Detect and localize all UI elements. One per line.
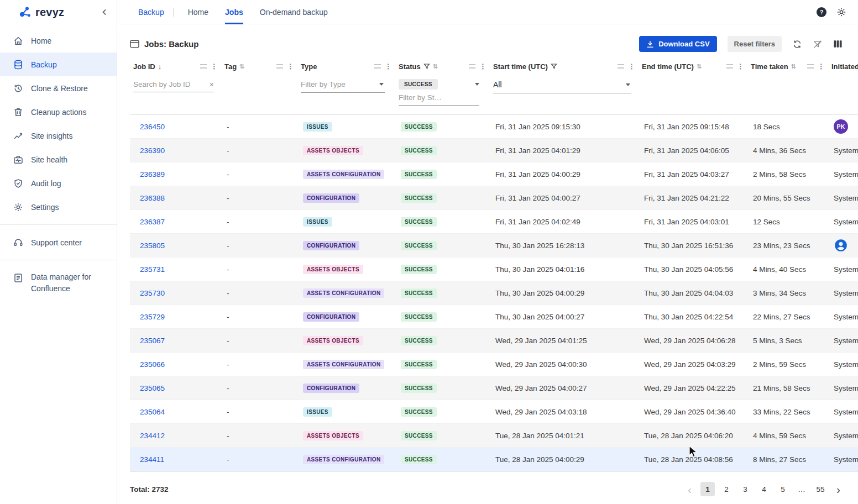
user-avatar-icon[interactable] bbox=[834, 238, 858, 253]
column-header-start-time[interactable]: Start time (UTC) ⋮ bbox=[490, 58, 639, 75]
sidebar-item-settings[interactable]: Settings bbox=[0, 195, 117, 219]
next-page-icon[interactable]: › bbox=[832, 484, 845, 495]
filter-off-icon[interactable] bbox=[813, 39, 823, 49]
start-time-filter[interactable]: All bbox=[493, 78, 631, 93]
previous-page-icon[interactable]: ‹ bbox=[683, 484, 696, 495]
table-row[interactable]: 234411 - ASSETS CONFIGURATION SUCCESS Tu… bbox=[130, 448, 858, 471]
drag-handle-icon[interactable] bbox=[200, 64, 207, 69]
tab-home[interactable]: Home bbox=[188, 0, 208, 24]
column-menu-icon[interactable]: ⋮ bbox=[384, 62, 393, 71]
drag-handle-icon[interactable] bbox=[807, 64, 814, 69]
page-button-3[interactable]: 3 bbox=[738, 482, 752, 496]
table-row[interactable]: 236390 - ASSETS OBJECTS SUCCESS Fri, 31 … bbox=[130, 139, 858, 162]
job-id-link[interactable]: 235730 bbox=[140, 289, 165, 297]
status-filter-chip[interactable]: SUCCESS bbox=[399, 79, 438, 90]
drag-handle-icon[interactable] bbox=[618, 64, 624, 69]
job-id-link[interactable]: 234412 bbox=[140, 432, 165, 440]
table-row[interactable]: 235064 - ISSUES SUCCESS Wed, 29 Jan 2025… bbox=[130, 400, 858, 424]
sort-icon[interactable]: ⇅ bbox=[697, 64, 702, 70]
sidebar-item-cleanup-actions[interactable]: Cleanup actions bbox=[0, 100, 117, 124]
help-icon[interactable]: ? bbox=[817, 7, 826, 17]
download-csv-button[interactable]: Download CSV bbox=[639, 36, 716, 52]
page-button-1[interactable]: 1 bbox=[700, 482, 715, 496]
job-id-link[interactable]: 235731 bbox=[140, 265, 165, 274]
page-button-5[interactable]: 5 bbox=[776, 482, 790, 496]
job-id-link[interactable]: 235065 bbox=[140, 384, 165, 392]
job-id-link[interactable]: 235729 bbox=[140, 313, 165, 321]
table-row[interactable]: 234412 - ASSETS OBJECTS SUCCESS Tue, 28 … bbox=[130, 424, 858, 448]
sort-icon[interactable]: ⇅ bbox=[791, 64, 796, 70]
table-row[interactable]: 236389 - ASSETS CONFIGURATION SUCCESS Fr… bbox=[130, 162, 858, 186]
page-button-2[interactable]: 2 bbox=[719, 482, 734, 496]
sidebar-item-site-health[interactable]: Site health bbox=[0, 148, 117, 171]
job-id-link[interactable]: 235064 bbox=[140, 408, 165, 416]
column-menu-icon[interactable]: ⋮ bbox=[210, 62, 219, 71]
settings-icon[interactable] bbox=[836, 7, 847, 18]
column-menu-icon[interactable]: ⋮ bbox=[286, 62, 295, 71]
job-id-link[interactable]: 236450 bbox=[140, 123, 165, 131]
job-id-link[interactable]: 235066 bbox=[140, 360, 165, 369]
table-row[interactable]: 236450 - ISSUES SUCCESS Fri, 31 Jan 2025… bbox=[130, 115, 858, 139]
type-filter[interactable]: Filter by Type bbox=[301, 78, 385, 93]
tab-on-demand-backup[interactable]: On-demand backup bbox=[260, 0, 328, 24]
table-row[interactable]: 235729 - CONFIGURATION SUCCESS Thu, 30 J… bbox=[130, 305, 858, 329]
drag-handle-icon[interactable] bbox=[469, 64, 475, 69]
initiator-avatar[interactable]: PK bbox=[834, 119, 848, 134]
column-header-tag[interactable]: Tag ⇅ ⋮ bbox=[221, 58, 297, 75]
job-id-link[interactable]: 236390 bbox=[140, 146, 165, 155]
table-row[interactable]: 235065 - CONFIGURATION SUCCESS Wed, 29 J… bbox=[130, 376, 858, 400]
table-row[interactable]: 235066 - ASSETS CONFIGURATION SUCCESS We… bbox=[130, 353, 858, 376]
filter-funnel-icon[interactable] bbox=[423, 63, 430, 70]
tab-backup[interactable]: Backup bbox=[138, 0, 164, 24]
clear-icon[interactable]: × bbox=[210, 81, 214, 88]
column-header-type[interactable]: Type ⋮ bbox=[297, 58, 395, 75]
columns-icon[interactable] bbox=[833, 39, 843, 49]
table-row[interactable]: 235067 - ASSETS OBJECTS SUCCESS Wed, 29 … bbox=[130, 329, 858, 353]
column-menu-icon[interactable]: ⋮ bbox=[817, 62, 826, 71]
job-id-link[interactable]: 235067 bbox=[140, 337, 165, 345]
table-row[interactable]: 235731 - ASSETS OBJECTS SUCCESS Thu, 30 … bbox=[130, 258, 858, 281]
sidebar-item-site-insights[interactable]: Site insights bbox=[0, 124, 117, 148]
tab-jobs[interactable]: Jobs bbox=[225, 0, 243, 24]
column-menu-icon[interactable]: ⋮ bbox=[627, 62, 636, 71]
job-id-link[interactable]: 234411 bbox=[140, 455, 164, 464]
column-header-initiated-by[interactable]: Initiated by bbox=[828, 58, 858, 75]
table-row[interactable]: 236388 - CONFIGURATION SUCCESS Fri, 31 J… bbox=[130, 186, 858, 210]
page-button-4[interactable]: 4 bbox=[757, 482, 771, 496]
chevron-down-icon[interactable] bbox=[475, 83, 479, 86]
sidebar-item-backup[interactable]: Backup bbox=[0, 53, 117, 76]
sort-icon[interactable]: ⇅ bbox=[433, 64, 438, 70]
sidebar-item-support-center[interactable]: Support center bbox=[0, 230, 117, 254]
table-row[interactable]: 236387 - ISSUES SUCCESS Fri, 31 Jan 2025… bbox=[130, 210, 858, 234]
job-id-link[interactable]: 235805 bbox=[140, 242, 165, 250]
column-header-end-time[interactable]: End time (UTC) ⇅ ⋮ bbox=[639, 58, 747, 75]
job-id-link[interactable]: 236389 bbox=[140, 170, 165, 179]
sidebar-collapse-icon[interactable] bbox=[100, 8, 109, 17]
column-header-time-taken[interactable]: Time taken ⇅ ⋮ bbox=[747, 58, 828, 75]
column-header-status[interactable]: Status ⇅ ⋮ bbox=[395, 58, 490, 75]
sidebar-item-audit-log[interactable]: Audit log bbox=[0, 171, 117, 195]
sidebar-item-clone-restore[interactable]: Clone & Restore bbox=[0, 76, 117, 100]
column-menu-icon[interactable]: ⋮ bbox=[478, 62, 488, 71]
page-button-55[interactable]: 55 bbox=[813, 482, 828, 496]
drag-handle-icon[interactable] bbox=[276, 64, 283, 69]
job-id-link[interactable]: 236388 bbox=[140, 194, 165, 202]
sort-desc-icon[interactable]: ↓ bbox=[158, 63, 162, 70]
column-menu-icon[interactable]: ⋮ bbox=[736, 62, 745, 71]
job-id-search-input[interactable] bbox=[133, 78, 214, 92]
sort-icon[interactable]: ⇅ bbox=[239, 64, 244, 70]
time-taken-cell: 4 Mins, 40 Secs bbox=[747, 258, 828, 281]
refresh-icon[interactable] bbox=[792, 39, 802, 49]
reset-filters-button[interactable]: Reset filters bbox=[728, 36, 782, 52]
table-row[interactable]: 235805 - CONFIGURATION SUCCESS Thu, 30 J… bbox=[130, 234, 858, 258]
filter-funnel-icon[interactable] bbox=[551, 63, 557, 70]
status-filter-input[interactable] bbox=[399, 91, 479, 106]
job-id-link[interactable]: 236387 bbox=[140, 218, 165, 226]
column-header-job-id[interactable]: Job ID ↓ ⋮ bbox=[130, 58, 221, 75]
table-row[interactable]: 235730 - ASSETS CONFIGURATION SUCCESS Th… bbox=[130, 281, 858, 305]
drag-handle-icon[interactable] bbox=[374, 64, 381, 69]
sidebar-item-data-manager[interactable]: Data manager for Confluence bbox=[0, 266, 117, 300]
time-taken-cell: 33 Mins, 22 Secs bbox=[747, 400, 828, 424]
drag-handle-icon[interactable] bbox=[726, 64, 733, 69]
sidebar-item-home[interactable]: Home bbox=[0, 29, 117, 53]
